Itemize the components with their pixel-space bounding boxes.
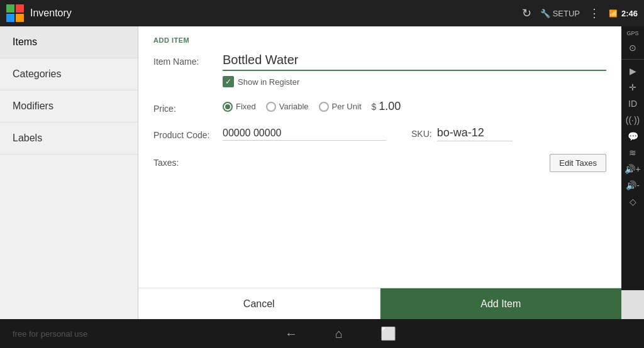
volume-down-icon[interactable]: 🔊- xyxy=(626,180,640,190)
sidebar-item-items[interactable]: Items xyxy=(0,26,138,58)
sidebar-item-modifiers[interactable]: Modifiers xyxy=(0,90,138,122)
bottom-bar: free for personal use ← ⌂ ⬜ xyxy=(0,319,644,348)
item-name-row: Item Name: ✓ Show in Register xyxy=(153,53,606,87)
show-in-register-label: Show in Register xyxy=(238,77,299,87)
cancel-button[interactable]: Cancel xyxy=(138,288,380,319)
taxes-row: Taxes: Edit Taxes xyxy=(153,154,606,172)
bottom-buttons: Cancel Add Item xyxy=(138,288,621,319)
id-icon[interactable]: ID xyxy=(628,99,637,109)
video-icon[interactable]: ▶ xyxy=(630,66,636,76)
product-code-row: Product Code: SKU: bo-wa-12 xyxy=(153,126,606,141)
price-row: Price: Fixed Variable Per Un xyxy=(153,100,606,114)
gps-icon[interactable]: ⊙ xyxy=(629,43,636,53)
show-in-register-row: ✓ Show in Register xyxy=(223,76,606,87)
home-icon[interactable]: ⌂ xyxy=(335,327,343,341)
content-area: ADD ITEM Item Name: ✓ Show in Register P… xyxy=(138,26,621,319)
labels-label: Labels xyxy=(13,133,42,143)
recent-icon[interactable]: ⬜ xyxy=(380,326,396,341)
fixed-radio[interactable]: Fixed xyxy=(223,102,256,112)
chat-icon[interactable]: 💬 xyxy=(628,131,638,141)
section-title: ADD ITEM xyxy=(153,36,606,44)
variable-radio[interactable]: Variable xyxy=(266,102,309,112)
sku-group: SKU: bo-wa-12 xyxy=(411,126,513,141)
add-item-button[interactable]: Add Item xyxy=(380,288,622,319)
edit-taxes-button[interactable]: Edit Taxes xyxy=(550,154,606,172)
top-bar: Inventory ↻ 🔧 SETUP ⋮ 📶 2:46 xyxy=(0,0,644,26)
per-unit-radio[interactable]: Per Unit xyxy=(319,102,362,112)
price-amount-group: $ 1.00 xyxy=(372,100,401,113)
product-code-sku-row: SKU: bo-wa-12 xyxy=(223,126,606,141)
sidebar-item-categories[interactable]: Categories xyxy=(0,58,138,90)
variable-label: Variable xyxy=(279,102,309,111)
sidebar-item-labels[interactable]: Labels xyxy=(0,122,138,155)
more-options-icon[interactable]: ⋮ xyxy=(589,6,600,20)
right-panel: GPS ⊙ ▶ ✛ ID ((·)) 💬 ≋ 🔊+ 🔊- ◇ xyxy=(621,26,644,290)
item-name-control: ✓ Show in Register xyxy=(223,53,606,87)
fixed-radio-circle xyxy=(223,102,233,112)
gps-label: GPS xyxy=(626,30,638,36)
crosshair-icon[interactable]: ✛ xyxy=(629,82,636,92)
volume-up-icon[interactable]: 🔊+ xyxy=(625,164,640,174)
sku-label: SKU: xyxy=(411,129,432,139)
form-scroll-area: ADD ITEM Item Name: ✓ Show in Register P… xyxy=(138,26,621,288)
signal-icon[interactable]: ≋ xyxy=(629,148,636,158)
free-text: free for personal use xyxy=(13,329,87,339)
diamond-icon[interactable]: ◇ xyxy=(630,197,636,207)
price-label: Price: xyxy=(153,100,223,114)
wifi-icon: 📶 xyxy=(609,9,618,18)
app-title: Inventory xyxy=(30,8,522,19)
per-unit-label: Per Unit xyxy=(332,102,362,111)
modifiers-label: Modifiers xyxy=(13,101,53,111)
sku-value: bo-wa-12 xyxy=(437,126,513,141)
status-area: 📶 2:46 xyxy=(609,9,638,18)
taxes-label: Taxes: xyxy=(153,154,223,168)
item-name-label: Item Name: xyxy=(153,53,223,67)
product-code-control: SKU: bo-wa-12 xyxy=(223,126,606,141)
setup-label: SETUP xyxy=(553,9,580,18)
wrench-icon: 🔧 xyxy=(540,9,550,18)
product-code-input[interactable] xyxy=(223,128,386,141)
sidebar: Items Categories Modifiers Labels xyxy=(0,26,138,319)
bottom-nav: ← ⌂ ⬜ xyxy=(285,326,396,341)
show-in-register-checkbox[interactable]: ✓ xyxy=(223,76,234,87)
per-unit-radio-circle xyxy=(319,102,329,112)
fixed-label: Fixed xyxy=(236,102,256,111)
items-label: Items xyxy=(13,36,37,47)
clock-display: 2:46 xyxy=(621,9,638,18)
item-name-input[interactable] xyxy=(223,53,606,71)
setup-button[interactable]: 🔧 SETUP xyxy=(540,9,580,18)
dollar-sign: $ xyxy=(372,102,377,112)
refresh-icon[interactable]: ↻ xyxy=(522,6,531,20)
price-options: Fixed Variable Per Unit $ 1.00 xyxy=(223,100,606,113)
variable-radio-circle xyxy=(266,102,276,112)
price-control: Fixed Variable Per Unit $ 1.00 xyxy=(223,100,606,113)
back-icon[interactable]: ← xyxy=(285,327,297,341)
product-code-label: Product Code: xyxy=(153,126,223,140)
taxes-control: Edit Taxes xyxy=(223,154,606,172)
wifi-panel-icon[interactable]: ((·)) xyxy=(626,115,640,125)
top-bar-actions: ↻ 🔧 SETUP ⋮ 📶 2:46 xyxy=(522,6,638,20)
categories-label: Categories xyxy=(13,68,61,79)
app-logo xyxy=(6,4,24,22)
price-value: 1.00 xyxy=(379,100,401,113)
